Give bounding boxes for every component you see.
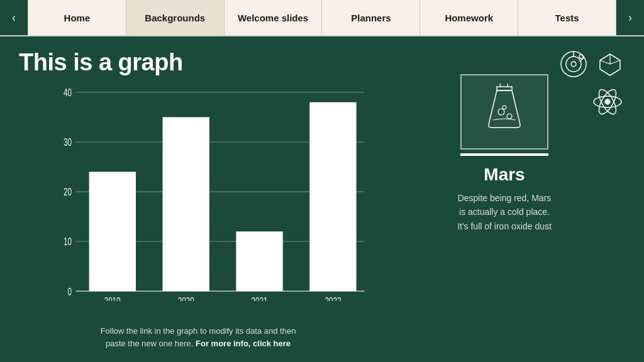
nav-item-welcome[interactable]: Welcome slides	[225, 0, 323, 35]
bar-2022	[309, 102, 356, 292]
nav-next-button[interactable]: ›	[616, 0, 644, 35]
nav-prev-button[interactable]: ‹	[0, 0, 28, 35]
bar-chart: 40 30 20 10 0 2019	[50, 82, 371, 301]
nav-item-home[interactable]: Home	[28, 0, 126, 35]
navbar: ‹ Home Backgrounds Welcome slides Planne…	[0, 0, 644, 36]
nav-item-backgrounds[interactable]: Backgrounds	[126, 0, 225, 35]
svg-line-22	[610, 60, 620, 64]
svg-point-32	[502, 106, 506, 109]
nav-item-planners[interactable]: Planners	[322, 0, 420, 35]
svg-point-19	[579, 55, 583, 58]
svg-text:2020: 2020	[178, 295, 194, 301]
bar-2019	[89, 172, 136, 291]
mars-title: Mars	[484, 165, 525, 185]
nav-item-tests[interactable]: Tests	[518, 0, 616, 35]
caption-bold[interactable]: For more info, click here	[196, 339, 291, 348]
cube-icon	[595, 49, 625, 79]
svg-line-23	[600, 60, 610, 64]
svg-rect-29	[497, 87, 512, 90]
nav-item-homework[interactable]: Homework	[420, 0, 518, 35]
svg-point-30	[498, 109, 504, 115]
svg-text:2019: 2019	[104, 295, 121, 301]
svg-point-31	[507, 114, 512, 119]
svg-text:20: 20	[64, 186, 72, 198]
mars-card: Mars Despite being red, Marsis actually …	[457, 74, 552, 233]
record-icon	[558, 49, 589, 79]
top-right-icons	[558, 49, 625, 119]
chart-area: 40 30 20 10 0 2019	[25, 82, 371, 320]
svg-text:30: 30	[64, 136, 72, 148]
svg-text:2021: 2021	[252, 295, 268, 301]
svg-text:0: 0	[67, 285, 72, 297]
atom-icon	[590, 84, 625, 119]
icon-row-1	[558, 49, 625, 79]
nav-items: Home Backgrounds Welcome slides Planners…	[28, 0, 616, 35]
page-title: This is a graph	[19, 49, 371, 76]
main-content: This is a graph 40 30 20 10	[0, 36, 644, 362]
bar-2020	[163, 117, 209, 291]
svg-text:40: 40	[64, 87, 72, 99]
svg-point-16	[571, 62, 576, 67]
chart-container: 40 30 20 10 0 2019	[19, 82, 371, 349]
mars-divider	[460, 153, 548, 156]
mars-image-box	[460, 74, 548, 150]
left-panel: This is a graph 40 30 20 10	[19, 49, 371, 349]
mars-description: Despite being red, Marsis actually a col…	[457, 191, 552, 233]
svg-text:2022: 2022	[325, 295, 341, 301]
chart-caption: Follow the link in the graph to modify i…	[25, 325, 371, 349]
svg-point-28	[606, 100, 609, 104]
right-panel: Mars Despite being red, Marsis actually …	[384, 49, 625, 349]
svg-point-15	[566, 57, 581, 72]
bar-2021	[236, 231, 282, 291]
svg-text:10: 10	[64, 236, 72, 248]
